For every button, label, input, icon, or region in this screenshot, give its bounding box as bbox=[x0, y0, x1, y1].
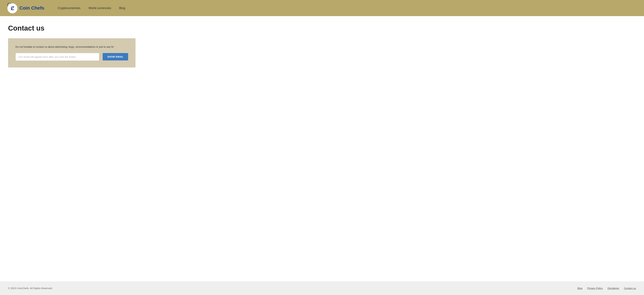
show-email-button[interactable]: SHOW EMAIL bbox=[103, 53, 128, 61]
main-nav: Cryptocurrencies World currencies Blog bbox=[58, 6, 125, 10]
contact-card: Do not hesitate to contact us about adve… bbox=[8, 38, 136, 68]
footer-links: Blog Privacy Policy Disclaimer Contact u… bbox=[578, 287, 636, 290]
email-row: SHOW EMAIL bbox=[16, 53, 128, 61]
email-display-input[interactable] bbox=[16, 53, 99, 61]
site-header: 🍳 Ȼ Coin Chefs Cryptocurrencies World cu… bbox=[0, 0, 644, 16]
logo-icon-wrapper: 🍳 Ȼ bbox=[7, 3, 18, 14]
logo-circle: Ȼ bbox=[8, 3, 18, 14]
footer-link-contact[interactable]: Contact us bbox=[624, 287, 636, 290]
footer-link-privacy[interactable]: Privacy Policy bbox=[587, 287, 603, 290]
logo-coin: Coin bbox=[20, 5, 30, 11]
contact-description: Do not hesitate to contact us about adve… bbox=[16, 45, 128, 49]
site-footer: © 2023 CoinChefs. All Rights Reserved. B… bbox=[0, 281, 644, 295]
nav-cryptocurrencies[interactable]: Cryptocurrencies bbox=[58, 6, 80, 10]
nav-world-currencies[interactable]: World currencies bbox=[88, 6, 111, 10]
logo-text: Coin Chefs bbox=[20, 5, 44, 11]
page-title: Contact us bbox=[8, 24, 636, 32]
logo-c-letter: Ȼ bbox=[11, 6, 14, 11]
logo-link[interactable]: 🍳 Ȼ Coin Chefs bbox=[7, 3, 44, 14]
nav-blog[interactable]: Blog bbox=[119, 6, 125, 10]
main-content: Contact us Do not hesitate to contact us… bbox=[0, 16, 644, 281]
logo-chefs: Chefs bbox=[30, 5, 44, 11]
footer-link-disclaimer[interactable]: Disclaimer bbox=[608, 287, 619, 290]
footer-link-blog[interactable]: Blog bbox=[578, 287, 582, 290]
footer-copyright: © 2023 CoinChefs. All Rights Reserved. bbox=[8, 287, 53, 290]
